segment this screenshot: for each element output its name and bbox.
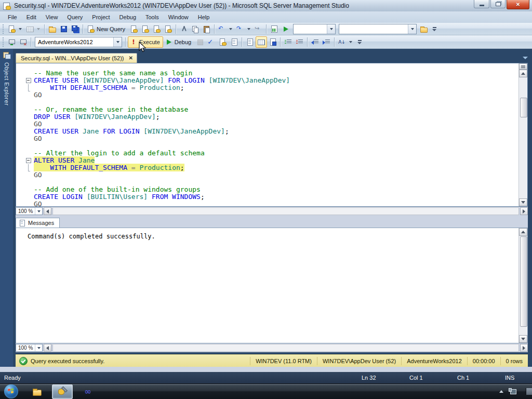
toolbar-grip[interactable]	[2, 24, 5, 34]
copy-button[interactable]	[190, 23, 201, 35]
code-line[interactable]	[25, 179, 518, 186]
code-lines[interactable]: -- Name the user the same name as loginC…	[16, 63, 518, 206]
activity-monitor-button[interactable]	[269, 23, 280, 35]
sort-az-button[interactable]: A↓	[337, 36, 355, 48]
hscroll-left-icon[interactable]	[44, 344, 51, 352]
toolbar-combo-1-combo[interactable]	[293, 24, 336, 34]
combo-dropdown-icon[interactable]	[113, 37, 122, 47]
code-line[interactable]: WITH DEFAULT_SCHEMA = Production;	[25, 164, 518, 171]
start-button[interactable]	[4, 384, 18, 398]
taskbar-windows-explorer-button[interactable]	[27, 385, 47, 398]
database-engine-query-button[interactable]	[128, 23, 140, 35]
new-query-button[interactable]: New Query	[85, 23, 128, 35]
menu-debug[interactable]: Debug	[115, 12, 141, 22]
results-to-file-button[interactable]	[267, 36, 278, 48]
code-line[interactable]: -- Add one of the built-in windows group…	[25, 186, 518, 193]
editor-zoom-combo[interactable]: 100 %	[16, 207, 43, 215]
editor-vertical-scrollbar[interactable]	[518, 63, 527, 206]
code-line[interactable]: GO	[25, 121, 518, 128]
increase-indent-button[interactable]	[321, 36, 332, 48]
undo-dropdown-icon[interactable]	[229, 28, 232, 30]
code-line[interactable]	[25, 99, 518, 106]
network-icon[interactable]	[509, 388, 516, 395]
scroll-up-icon[interactable]	[519, 70, 527, 77]
find-in-files-button[interactable]	[418, 23, 430, 35]
new-query-template-dropdown-icon[interactable]	[19, 28, 22, 30]
show-desktop-button[interactable]	[526, 388, 532, 395]
toolbar-overflow-icon[interactable]	[356, 37, 363, 47]
available-databases-combo[interactable]: AdventureWorks2012	[35, 37, 122, 47]
taskbar-blend-button[interactable]: ∞	[78, 385, 98, 398]
editor-scroll-thumb[interactable]	[520, 98, 527, 117]
tab-list-chevron-icon[interactable]	[523, 57, 528, 59]
mdx-query-button[interactable]	[140, 23, 151, 35]
menu-project[interactable]: Project	[87, 12, 114, 22]
start-debugging-button[interactable]	[280, 23, 291, 35]
hscroll-right-icon[interactable]	[520, 207, 528, 215]
navigate-forward-button[interactable]: ↪	[253, 23, 264, 35]
fold-collapse-icon[interactable]	[25, 77, 32, 84]
results-scroll-thumb[interactable]	[520, 236, 527, 327]
menu-edit[interactable]: Edit	[22, 12, 41, 22]
code-line[interactable]: -- Name the user the same name as login	[25, 70, 518, 77]
tray-expand-icon[interactable]	[499, 390, 503, 393]
save-button[interactable]	[58, 23, 70, 35]
zoom-dropdown-icon[interactable]	[35, 344, 42, 351]
save-all-button[interactable]	[70, 23, 81, 35]
xmla-query-button[interactable]	[163, 23, 174, 35]
results-horizontal-scroll-track[interactable]	[52, 344, 519, 352]
menu-tools[interactable]: Tools	[141, 12, 164, 22]
code-line[interactable]: CREATE USER Jane FOR LOGIN [WIN7DEV\Jane…	[25, 128, 518, 135]
toolbar-overflow-icon[interactable]	[431, 24, 438, 34]
new-query-template-button[interactable]	[6, 23, 24, 35]
disconnect-button[interactable]	[18, 36, 29, 48]
zoom-dropdown-icon[interactable]	[35, 208, 42, 215]
query-options-button[interactable]	[229, 36, 240, 48]
minimize-button[interactable]	[474, 0, 489, 8]
decrease-indent-button[interactable]	[310, 36, 321, 48]
cut-button[interactable]	[178, 23, 190, 35]
taskbar-ssms-button[interactable]	[52, 384, 73, 399]
results-to-text-button[interactable]	[244, 36, 256, 48]
toolbar-combo-2-combo[interactable]	[339, 24, 417, 34]
messages-tab[interactable]: Messages	[16, 218, 60, 228]
redo-button[interactable]: ↷	[235, 23, 253, 35]
object-explorer-collapsed-panel[interactable]: Object Explorer	[0, 49, 13, 367]
paste-button[interactable]	[201, 23, 212, 35]
combo-dropdown-icon[interactable]	[327, 24, 335, 34]
uncomment-selection-button[interactable]	[294, 36, 305, 48]
code-line[interactable]: ALTER USER Jane	[25, 157, 518, 164]
change-connection-button[interactable]	[6, 36, 18, 48]
code-line[interactable]	[25, 142, 518, 150]
menu-query[interactable]: Query	[62, 12, 87, 22]
splitter-grip[interactable]	[519, 63, 527, 70]
code-line[interactable]: GO	[25, 201, 518, 206]
scroll-down-icon[interactable]	[519, 198, 527, 206]
tab-close-icon[interactable]: ✕	[128, 56, 132, 61]
sort-az-dropdown-icon[interactable]	[349, 41, 352, 43]
toolbar-grip[interactable]	[2, 37, 5, 47]
hscroll-left-icon[interactable]	[44, 207, 51, 215]
code-line[interactable]: GO	[25, 171, 518, 179]
results-to-grid-button[interactable]	[256, 36, 267, 48]
scroll-up-icon[interactable]	[519, 228, 527, 236]
code-line[interactable]: CREATE LOGIN [BUILTIN\Users] FROM WINDOW…	[25, 193, 518, 201]
menu-window[interactable]: Window	[164, 12, 193, 22]
menu-help[interactable]: Help	[193, 12, 215, 22]
code-line[interactable]: GO	[25, 91, 518, 99]
code-line[interactable]: -- Or, rename the user in the database	[25, 106, 518, 113]
close-button[interactable]: ✕	[507, 0, 529, 9]
results-zoom-combo[interactable]: 100 %	[16, 344, 43, 352]
code-line[interactable]: CREATE USER [WIN7DEV\JaneAppDev] FOR LOG…	[25, 77, 518, 84]
combo-dropdown-icon[interactable]	[408, 24, 416, 34]
comment-selection-button[interactable]	[283, 36, 294, 48]
display-estimated-plan-button[interactable]	[217, 36, 229, 48]
menu-file[interactable]: File	[3, 12, 22, 22]
debug-button[interactable]: Debug	[163, 36, 194, 48]
document-tab[interactable]: Security.sql - WIN...V\AppDev User (52))…	[16, 53, 137, 63]
restore-button[interactable]	[490, 0, 506, 8]
code-line[interactable]: GO	[25, 135, 518, 142]
code-line[interactable]: DROP USER [WIN7DEV\JaneAppDev];	[25, 113, 518, 121]
fold-collapse-icon[interactable]	[25, 157, 32, 164]
hscroll-right-icon[interactable]	[520, 344, 528, 352]
